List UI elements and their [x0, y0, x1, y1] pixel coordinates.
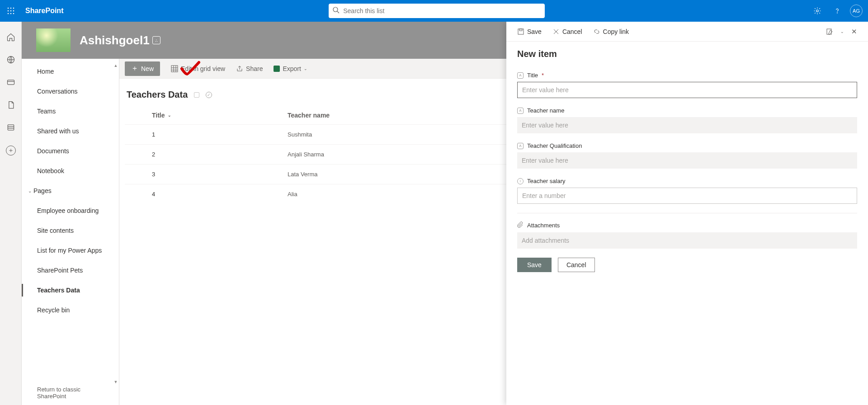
input-teacher-salary[interactable] [517, 188, 857, 204]
input-teacher-qualification[interactable] [517, 152, 857, 169]
panel-title: New item [517, 49, 857, 59]
input-title[interactable] [517, 82, 857, 98]
nav-pages[interactable]: ⌄Pages [22, 181, 119, 201]
plus-icon: ＋ [131, 64, 138, 73]
svg-rect-24 [518, 29, 524, 34]
nav-employee-onboarding[interactable]: Employee onboarding [22, 201, 119, 221]
cancel-button[interactable]: Cancel [558, 258, 595, 272]
number-field-icon: i [517, 178, 524, 184]
separator [517, 213, 857, 213]
text-field-icon: A [517, 143, 524, 149]
favorite-icon[interactable] [194, 92, 199, 98]
globe-icon[interactable] [6, 55, 15, 64]
label-teacher-salary: i Teacher salary [517, 178, 857, 184]
app-name: SharePoint [25, 7, 63, 15]
app-launcher-icon[interactable] [4, 4, 18, 18]
panel-command-bar: Save Cancel Copy link ⌄ [506, 22, 868, 42]
close-icon[interactable]: ✕ [851, 28, 857, 36]
chevron-down-icon: ⌄ [168, 113, 171, 118]
scroll-down-icon[interactable]: ▼ [113, 379, 119, 385]
svg-rect-25 [519, 29, 522, 31]
label-teacher-qualification: A Teacher Qualification [517, 142, 857, 149]
input-teacher-name[interactable] [517, 117, 857, 133]
text-field-icon: A [517, 108, 524, 114]
nav-home[interactable]: Home [22, 61, 119, 81]
site-title: Ashishgoel1 [80, 33, 150, 47]
create-icon[interactable]: ＋ [6, 146, 16, 155]
svg-point-0 [8, 8, 9, 9]
search-input[interactable] [343, 7, 541, 14]
nav-notebook[interactable]: Notebook [22, 161, 119, 181]
nav-teachers-data[interactable]: Teachers Data [22, 280, 119, 300]
svg-point-6 [8, 13, 9, 14]
app-rail: ＋ [0, 22, 22, 405]
column-title[interactable]: Title⌄ [152, 112, 288, 119]
add-attachments-button[interactable]: Add attachments [517, 232, 857, 249]
new-button[interactable]: ＋ New [125, 61, 160, 76]
svg-point-12 [837, 13, 838, 13]
edit-form-icon[interactable] [826, 28, 833, 35]
nav-teams[interactable]: Teams [22, 101, 119, 121]
news-icon[interactable] [6, 78, 15, 87]
svg-rect-14 [7, 80, 14, 85]
nav-list-power-apps[interactable]: List for my Power Apps [22, 240, 119, 260]
chevron-down-icon[interactable]: ⌄ [840, 29, 844, 34]
suite-header: SharePoint AG [0, 0, 868, 22]
svg-point-5 [13, 10, 14, 12]
chevron-down-icon: ⌄ [304, 66, 307, 71]
settings-icon[interactable] [810, 4, 825, 18]
site-nav: ▲ Home Conversations Teams Shared with u… [22, 59, 119, 405]
save-button[interactable]: Save [517, 258, 552, 272]
svg-point-1 [10, 8, 12, 9]
share-button[interactable]: Share [236, 65, 263, 72]
help-icon[interactable] [830, 4, 844, 18]
svg-line-10 [337, 11, 339, 13]
nav-sharepoint-pets[interactable]: SharePoint Pets [22, 260, 119, 280]
panel-copy-link-button[interactable]: Copy link [593, 28, 629, 35]
panel-cancel-button[interactable]: Cancel [552, 28, 582, 35]
status-icon[interactable]: ✓ [206, 92, 212, 98]
svg-point-3 [8, 10, 9, 12]
panel-save-button[interactable]: Save [517, 28, 542, 35]
svg-point-11 [816, 10, 819, 12]
classic-sharepoint-link[interactable]: Return to classic SharePoint [22, 386, 119, 405]
nav-shared-with-us[interactable]: Shared with us [22, 121, 119, 141]
list-icon[interactable] [6, 123, 15, 132]
nav-conversations[interactable]: Conversations [22, 81, 119, 101]
svg-point-2 [13, 8, 14, 9]
svg-point-8 [13, 13, 14, 14]
scroll-up-icon[interactable]: ▲ [113, 62, 119, 69]
attachment-icon [517, 221, 524, 229]
svg-rect-16 [8, 125, 14, 130]
nav-site-contents[interactable]: Site contents [22, 221, 119, 240]
svg-point-9 [333, 7, 338, 12]
text-field-icon: A [517, 72, 524, 79]
nav-recycle-bin[interactable]: Recycle bin [22, 300, 119, 320]
svg-rect-19 [171, 66, 178, 72]
home-icon[interactable] [6, 33, 15, 42]
new-item-panel: Save Cancel Copy link ⌄ [506, 22, 868, 405]
search-box[interactable] [329, 4, 545, 18]
site-logo[interactable] [36, 28, 71, 52]
list-title: Teachers Data [127, 89, 188, 100]
excel-icon [274, 66, 280, 72]
user-avatar[interactable]: AG [850, 5, 863, 17]
chevron-down-icon: ⌄ [28, 188, 32, 193]
label-teacher-name: A Teacher name [517, 107, 857, 114]
nav-documents[interactable]: Documents [22, 141, 119, 161]
label-title: A Title * [517, 72, 857, 79]
svg-point-4 [10, 10, 12, 12]
edit-grid-button[interactable]: Edit in grid view [171, 65, 225, 72]
label-attachments: Attachments [517, 221, 857, 229]
export-button[interactable]: Export ⌄ [274, 65, 307, 72]
search-icon [332, 6, 343, 15]
svg-point-7 [10, 13, 12, 14]
file-icon[interactable] [6, 100, 15, 109]
teams-icon[interactable]: ⛬ [152, 36, 160, 44]
